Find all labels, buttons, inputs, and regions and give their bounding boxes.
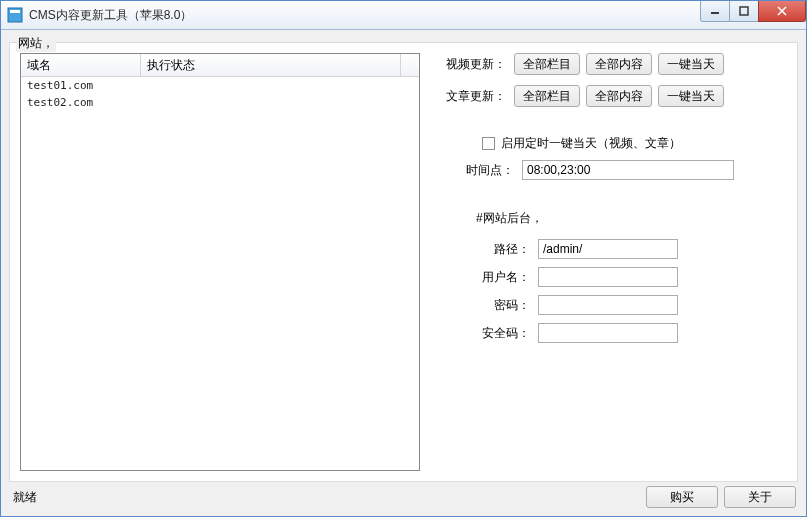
backend-header: #网站后台， (476, 210, 783, 227)
cell-domain: test02.com (21, 96, 141, 109)
article-all-columns-button[interactable]: 全部栏目 (514, 85, 580, 107)
schedule-checkbox-label: 启用定时一键当天（视频、文章） (501, 135, 681, 152)
schedule-checkbox[interactable] (482, 137, 495, 150)
sites-group: 网站， 域名 执行状态 test01.com test02.c (9, 42, 798, 482)
window-buttons (701, 1, 806, 21)
table-row[interactable]: test01.com (21, 77, 419, 94)
video-update-row: 视频更新： 全部栏目 全部内容 一键当天 (442, 53, 783, 75)
video-all-columns-button[interactable]: 全部栏目 (514, 53, 580, 75)
video-all-content-button[interactable]: 全部内容 (586, 53, 652, 75)
path-row: 路径： (460, 239, 783, 259)
left-pane: 域名 执行状态 test01.com test02.com (20, 53, 420, 471)
timepoint-input[interactable] (522, 160, 734, 180)
close-button[interactable] (758, 1, 806, 22)
buy-button[interactable]: 购买 (646, 486, 718, 508)
user-row: 用户名： (460, 267, 783, 287)
table-header: 域名 执行状态 (21, 54, 419, 77)
app-icon (7, 7, 23, 23)
statusbar: 就绪 购买 关于 (9, 482, 798, 510)
col-domain[interactable]: 域名 (21, 54, 141, 76)
backend-form: 路径： 用户名： 密码： 安全码： (460, 239, 783, 343)
titlebar: CMS内容更新工具（苹果8.0） (1, 1, 806, 30)
svg-rect-3 (740, 7, 748, 15)
group-label: 网站， (16, 35, 56, 52)
code-row: 安全码： (460, 323, 783, 343)
article-update-label: 文章更新： (442, 88, 506, 105)
cell-domain: test01.com (21, 79, 141, 92)
code-input[interactable] (538, 323, 678, 343)
status-text: 就绪 (13, 489, 646, 506)
table-body: test01.com test02.com (21, 77, 419, 470)
maximize-button[interactable] (729, 1, 759, 22)
timepoint-label: 时间点： (460, 162, 514, 179)
timepoint-row: 时间点： (460, 160, 783, 180)
code-label: 安全码： (460, 325, 530, 342)
pass-input[interactable] (538, 295, 678, 315)
svg-rect-1 (10, 10, 20, 13)
video-update-label: 视频更新： (442, 56, 506, 73)
svg-rect-2 (711, 12, 719, 14)
pass-label: 密码： (460, 297, 530, 314)
article-all-content-button[interactable]: 全部内容 (586, 85, 652, 107)
app-window: CMS内容更新工具（苹果8.0） 网站， 域名 执行状态 (0, 0, 807, 517)
video-today-button[interactable]: 一键当天 (658, 53, 724, 75)
col-status[interactable]: 执行状态 (141, 54, 401, 76)
path-label: 路径： (460, 241, 530, 258)
schedule-row: 启用定时一键当天（视频、文章） (482, 135, 783, 152)
article-update-row: 文章更新： 全部栏目 全部内容 一键当天 (442, 85, 783, 107)
path-input[interactable] (538, 239, 678, 259)
article-today-button[interactable]: 一键当天 (658, 85, 724, 107)
minimize-button[interactable] (700, 1, 730, 22)
pass-row: 密码： (460, 295, 783, 315)
col-spacer (401, 54, 419, 76)
user-label: 用户名： (460, 269, 530, 286)
right-pane: 视频更新： 全部栏目 全部内容 一键当天 文章更新： 全部栏目 全部内容 一键当… (420, 53, 787, 471)
table-row[interactable]: test02.com (21, 94, 419, 111)
client-area: 网站， 域名 执行状态 test01.com test02.c (1, 30, 806, 516)
window-title: CMS内容更新工具（苹果8.0） (29, 7, 701, 24)
about-button[interactable]: 关于 (724, 486, 796, 508)
sites-table[interactable]: 域名 执行状态 test01.com test02.com (20, 53, 420, 471)
user-input[interactable] (538, 267, 678, 287)
